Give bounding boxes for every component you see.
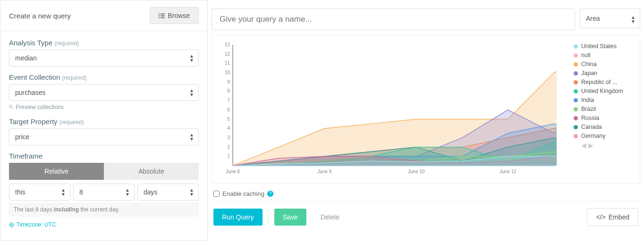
svg-rect-5 [161, 17, 165, 18]
svg-rect-2 [159, 15, 160, 16]
legend-label: United Kingdom [581, 88, 623, 94]
enable-caching-checkbox[interactable] [213, 191, 220, 197]
svg-text:3: 3 [227, 135, 230, 140]
svg-rect-1 [161, 13, 165, 14]
target-property-label: Target Property (required) [9, 118, 84, 126]
globe-icon [9, 222, 14, 227]
svg-text:5: 5 [227, 117, 230, 122]
timeframe-tabs: Relative Absolute [9, 163, 199, 180]
analysis-type-select[interactable]: median [9, 50, 199, 67]
svg-text:1: 1 [227, 153, 230, 159]
browse-button[interactable]: Browse [150, 7, 199, 24]
legend-label: Japan [581, 70, 597, 76]
legend-item[interactable]: Republic of ... [574, 79, 635, 85]
legend-dot-icon [574, 71, 578, 76]
help-icon[interactable]: ? [267, 191, 273, 197]
timezone-link[interactable]: Timezone: UTC [9, 221, 56, 228]
svg-text:6: 6 [227, 107, 230, 112]
relative-amount-input[interactable] [73, 184, 135, 201]
area-chart: 12345678910111213June 6June 8June 10June… [217, 40, 557, 177]
svg-text:10: 10 [225, 70, 230, 75]
chart-type-select[interactable]: Area [580, 8, 640, 28]
code-icon: </> [596, 213, 605, 221]
analysis-type-label: Analysis Type (required) [9, 39, 79, 47]
legend-label: United States [581, 43, 617, 50]
legend-dot-icon [574, 98, 578, 102]
legend-item[interactable]: Brazil [574, 106, 635, 112]
results-panel: Area 12345678910111213June 6June 8June 1… [208, 0, 644, 241]
svg-line-7 [12, 108, 13, 109]
legend-item[interactable]: Canada [574, 124, 635, 130]
event-collection-label: Event Collection (required) [9, 73, 87, 81]
timeframe-note: The last 8 days including the current da… [9, 202, 199, 217]
analysis-type-group: Analysis Type (required) median [9, 39, 199, 67]
query-builder-panel: Create a new query Browse Analysis Type … [0, 0, 208, 241]
svg-rect-0 [159, 13, 160, 14]
enable-caching-label: Enable caching [222, 190, 264, 197]
svg-text:7: 7 [227, 98, 230, 103]
legend-dot-icon [574, 134, 578, 138]
legend-item[interactable]: null [574, 52, 635, 59]
legend-label: China [581, 61, 597, 67]
target-property-select[interactable]: price [9, 128, 199, 145]
svg-text:2: 2 [227, 144, 230, 150]
query-name-input[interactable] [212, 8, 575, 30]
legend-item[interactable]: United Kingdom [574, 88, 635, 94]
legend-label: Canada [581, 124, 602, 130]
svg-text:June 8: June 8 [317, 169, 331, 174]
target-property-group: Target Property (required) price [9, 118, 199, 145]
embed-button[interactable]: </> Embed [587, 208, 638, 226]
legend-item[interactable]: India [574, 97, 635, 103]
legend-dot-icon [574, 107, 578, 111]
legend-prev-icon[interactable]: ◀ [581, 142, 586, 149]
delete-button[interactable]: Delete [312, 209, 348, 226]
svg-text:June 12: June 12 [500, 169, 517, 174]
caching-row: Enable caching ? [212, 184, 640, 201]
list-icon [159, 13, 165, 19]
legend-item[interactable]: Russia [574, 115, 635, 121]
legend-item[interactable]: Germany [574, 133, 635, 139]
event-collection-select[interactable]: purchases [9, 84, 199, 101]
legend-dot-icon [574, 125, 578, 129]
legend-label: null [581, 52, 590, 59]
event-collection-group: Event Collection (required) purchases Pr… [9, 73, 199, 111]
legend-item[interactable]: United States [574, 43, 635, 50]
legend-label: Brazil [581, 106, 596, 112]
search-icon [9, 105, 14, 109]
results-header: Area [212, 0, 640, 35]
svg-rect-4 [159, 17, 160, 18]
svg-point-6 [9, 105, 12, 108]
divider [268, 210, 269, 224]
relative-unit-select[interactable]: days [137, 184, 199, 201]
legend-label: Republic of ... [581, 79, 617, 85]
svg-text:12: 12 [225, 51, 230, 57]
chart-container: 12345678910111213June 6June 8June 10June… [212, 35, 640, 184]
panel-title: Create a new query [9, 12, 71, 20]
legend-dot-icon [574, 80, 578, 84]
save-button[interactable]: Save [274, 209, 306, 226]
legend-dot-icon [574, 53, 578, 58]
legend-label: India [581, 97, 594, 103]
svg-text:4: 4 [227, 126, 230, 131]
legend-next-icon[interactable]: ▶ [588, 142, 593, 149]
legend-dot-icon [574, 44, 578, 49]
action-bar: Run Query Save Delete </> Embed [212, 201, 640, 233]
preview-collections-link[interactable]: Preview collections [9, 104, 64, 110]
legend-label: Russia [581, 115, 599, 121]
timeframe-label: Timeframe [9, 152, 42, 160]
relative-scope-select[interactable]: this [9, 184, 70, 201]
legend-item[interactable]: Japan [574, 70, 635, 76]
svg-text:9: 9 [227, 79, 230, 84]
legend-dot-icon [574, 89, 578, 93]
tab-absolute[interactable]: Absolute [104, 163, 199, 180]
legend-dot-icon [574, 62, 578, 67]
form-area: Analysis Type (required) median Event Co… [0, 31, 207, 240]
run-query-button[interactable]: Run Query [213, 209, 263, 226]
legend-item[interactable]: China [574, 61, 635, 67]
chart-legend: United StatesnullChinaJapanRepublic of .… [574, 40, 635, 178]
svg-text:June 6: June 6 [226, 169, 240, 174]
tab-relative[interactable]: Relative [9, 163, 104, 180]
legend-dot-icon [574, 116, 578, 120]
svg-text:8: 8 [227, 88, 230, 93]
panel-header: Create a new query Browse [0, 0, 207, 31]
